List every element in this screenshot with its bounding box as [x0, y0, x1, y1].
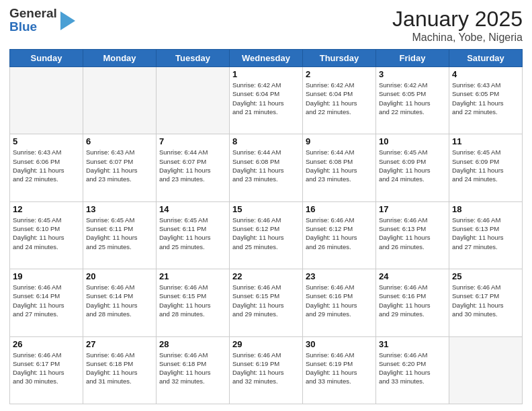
day-number: 30 [306, 339, 373, 349]
day-info: Sunrise: 6:42 AM Sunset: 6:04 PM Dayligh… [232, 81, 300, 116]
day-info: Sunrise: 6:43 AM Sunset: 6:06 PM Dayligh… [13, 148, 80, 183]
calendar-cell: 1Sunrise: 6:42 AM Sunset: 6:04 PM Daylig… [230, 67, 303, 134]
day-info: Sunrise: 6:46 AM Sunset: 6:14 PM Dayligh… [13, 283, 80, 318]
day-number: 17 [379, 204, 446, 214]
day-info: Sunrise: 6:46 AM Sunset: 6:12 PM Dayligh… [306, 216, 373, 251]
week-row-2: 5Sunrise: 6:43 AM Sunset: 6:06 PM Daylig… [10, 134, 523, 201]
weekday-header-tuesday: Tuesday [157, 50, 230, 67]
calendar-cell: 9Sunrise: 6:44 AM Sunset: 6:08 PM Daylig… [303, 134, 376, 201]
calendar-cell [83, 67, 157, 134]
calendar-cell: 12Sunrise: 6:45 AM Sunset: 6:10 PM Dayli… [10, 201, 83, 269]
calendar-cell: 14Sunrise: 6:45 AM Sunset: 6:11 PM Dayli… [157, 201, 230, 269]
calendar-cell: 13Sunrise: 6:45 AM Sunset: 6:11 PM Dayli… [83, 201, 157, 269]
svg-marker-0 [60, 11, 75, 30]
day-info: Sunrise: 6:46 AM Sunset: 6:13 PM Dayligh… [379, 216, 446, 251]
calendar-cell: 3Sunrise: 6:42 AM Sunset: 6:05 PM Daylig… [376, 67, 449, 134]
day-info: Sunrise: 6:46 AM Sunset: 6:12 PM Dayligh… [232, 216, 300, 251]
day-info: Sunrise: 6:44 AM Sunset: 6:08 PM Dayligh… [306, 148, 373, 183]
day-number: 29 [232, 339, 300, 349]
logo-blue: Blue [9, 20, 57, 34]
day-number: 18 [452, 204, 519, 214]
calendar-cell: 15Sunrise: 6:46 AM Sunset: 6:12 PM Dayli… [230, 201, 303, 269]
calendar-cell: 4Sunrise: 6:43 AM Sunset: 6:05 PM Daylig… [449, 67, 523, 134]
calendar-cell: 28Sunrise: 6:46 AM Sunset: 6:18 PM Dayli… [157, 336, 230, 404]
day-number: 12 [13, 204, 80, 214]
logo: General Blue [9, 7, 75, 34]
day-number: 3 [379, 69, 446, 79]
calendar-cell [157, 67, 230, 134]
calendar-cell: 25Sunrise: 6:46 AM Sunset: 6:17 PM Dayli… [449, 269, 523, 336]
day-number: 13 [86, 204, 153, 214]
logo-general: General [9, 7, 57, 20]
day-info: Sunrise: 6:46 AM Sunset: 6:19 PM Dayligh… [232, 351, 300, 386]
calendar-cell: 27Sunrise: 6:46 AM Sunset: 6:18 PM Dayli… [83, 336, 157, 404]
day-info: Sunrise: 6:43 AM Sunset: 6:07 PM Dayligh… [86, 148, 153, 183]
calendar-cell: 23Sunrise: 6:46 AM Sunset: 6:16 PM Dayli… [303, 269, 376, 336]
day-info: Sunrise: 6:46 AM Sunset: 6:13 PM Dayligh… [452, 216, 519, 251]
day-number: 22 [232, 271, 300, 281]
page: General Blue January 2025 Machina, Yobe,… [0, 0, 532, 411]
day-info: Sunrise: 6:46 AM Sunset: 6:15 PM Dayligh… [159, 283, 226, 318]
calendar-cell: 18Sunrise: 6:46 AM Sunset: 6:13 PM Dayli… [449, 201, 523, 269]
calendar-cell [449, 336, 523, 404]
day-number: 16 [306, 204, 373, 214]
day-info: Sunrise: 6:43 AM Sunset: 6:05 PM Dayligh… [452, 81, 519, 116]
calendar-cell: 6Sunrise: 6:43 AM Sunset: 6:07 PM Daylig… [83, 134, 157, 201]
day-number: 7 [159, 136, 226, 146]
day-info: Sunrise: 6:46 AM Sunset: 6:14 PM Dayligh… [86, 283, 153, 318]
day-number: 26 [13, 339, 80, 349]
calendar-cell: 21Sunrise: 6:46 AM Sunset: 6:15 PM Dayli… [157, 269, 230, 336]
week-row-4: 19Sunrise: 6:46 AM Sunset: 6:14 PM Dayli… [10, 269, 523, 336]
day-info: Sunrise: 6:46 AM Sunset: 6:17 PM Dayligh… [13, 351, 80, 386]
day-number: 10 [379, 136, 446, 146]
calendar-cell: 26Sunrise: 6:46 AM Sunset: 6:17 PM Dayli… [10, 336, 83, 404]
day-number: 9 [306, 136, 373, 146]
day-number: 27 [86, 339, 153, 349]
day-number: 6 [86, 136, 153, 146]
calendar-subtitle: Machina, Yobe, Nigeria [392, 32, 523, 44]
day-info: Sunrise: 6:45 AM Sunset: 6:09 PM Dayligh… [452, 148, 519, 183]
day-info: Sunrise: 6:46 AM Sunset: 6:18 PM Dayligh… [86, 351, 153, 386]
day-number: 23 [306, 271, 373, 281]
day-info: Sunrise: 6:46 AM Sunset: 6:17 PM Dayligh… [452, 283, 519, 318]
calendar-cell: 19Sunrise: 6:46 AM Sunset: 6:14 PM Dayli… [10, 269, 83, 336]
calendar-title: January 2025 [392, 7, 523, 32]
calendar-cell: 20Sunrise: 6:46 AM Sunset: 6:14 PM Dayli… [83, 269, 157, 336]
day-number: 28 [159, 339, 226, 349]
week-row-1: 1Sunrise: 6:42 AM Sunset: 6:04 PM Daylig… [10, 67, 523, 134]
day-number: 5 [13, 136, 80, 146]
week-row-3: 12Sunrise: 6:45 AM Sunset: 6:10 PM Dayli… [10, 201, 523, 269]
day-number: 25 [452, 271, 519, 281]
day-info: Sunrise: 6:46 AM Sunset: 6:19 PM Dayligh… [306, 351, 373, 386]
day-number: 24 [379, 271, 446, 281]
day-info: Sunrise: 6:42 AM Sunset: 6:04 PM Dayligh… [306, 81, 373, 116]
calendar-cell: 5Sunrise: 6:43 AM Sunset: 6:06 PM Daylig… [10, 134, 83, 201]
calendar-cell: 31Sunrise: 6:46 AM Sunset: 6:20 PM Dayli… [376, 336, 449, 404]
calendar-cell: 30Sunrise: 6:46 AM Sunset: 6:19 PM Dayli… [303, 336, 376, 404]
day-number: 19 [13, 271, 80, 281]
week-row-5: 26Sunrise: 6:46 AM Sunset: 6:17 PM Dayli… [10, 336, 523, 404]
weekday-header-wednesday: Wednesday [230, 50, 303, 67]
calendar-cell: 24Sunrise: 6:46 AM Sunset: 6:16 PM Dayli… [376, 269, 449, 336]
title-block: January 2025 Machina, Yobe, Nigeria [392, 7, 523, 44]
day-info: Sunrise: 6:46 AM Sunset: 6:16 PM Dayligh… [306, 283, 373, 318]
weekday-header-friday: Friday [376, 50, 449, 67]
day-info: Sunrise: 6:45 AM Sunset: 6:11 PM Dayligh… [86, 216, 153, 251]
day-number: 8 [232, 136, 300, 146]
day-number: 15 [232, 204, 300, 214]
day-info: Sunrise: 6:46 AM Sunset: 6:20 PM Dayligh… [379, 351, 446, 386]
day-number: 11 [452, 136, 519, 146]
calendar-cell: 10Sunrise: 6:45 AM Sunset: 6:09 PM Dayli… [376, 134, 449, 201]
day-number: 1 [232, 69, 300, 79]
day-info: Sunrise: 6:46 AM Sunset: 6:18 PM Dayligh… [159, 351, 226, 386]
calendar-cell: 17Sunrise: 6:46 AM Sunset: 6:13 PM Dayli… [376, 201, 449, 269]
weekday-header-thursday: Thursday [303, 50, 376, 67]
day-info: Sunrise: 6:46 AM Sunset: 6:15 PM Dayligh… [232, 283, 300, 318]
day-info: Sunrise: 6:42 AM Sunset: 6:05 PM Dayligh… [379, 81, 446, 116]
weekday-header-saturday: Saturday [449, 50, 523, 67]
day-info: Sunrise: 6:44 AM Sunset: 6:07 PM Dayligh… [159, 148, 226, 183]
day-info: Sunrise: 6:46 AM Sunset: 6:16 PM Dayligh… [379, 283, 446, 318]
weekday-header-monday: Monday [83, 50, 157, 67]
day-number: 31 [379, 339, 446, 349]
calendar-cell [10, 67, 83, 134]
